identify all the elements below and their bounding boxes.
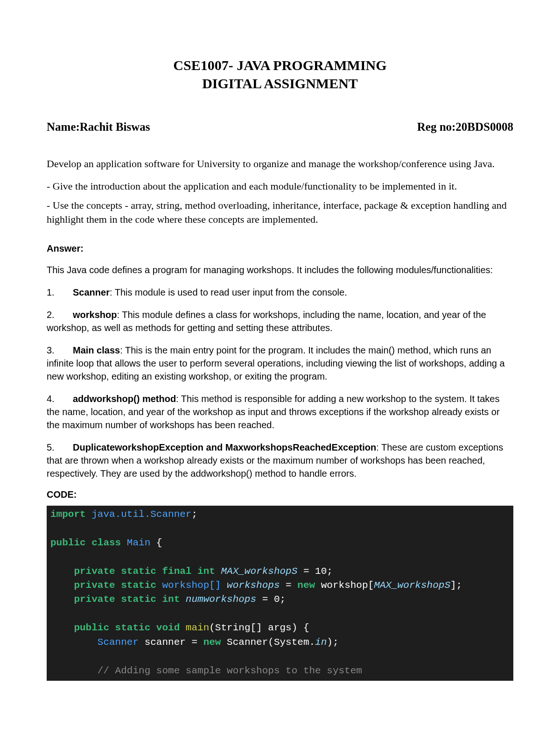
problem-statement: Develop an application software for Univ… [47, 157, 513, 171]
module-name: workshop [73, 310, 117, 320]
module-name: Main class [73, 345, 120, 355]
module-item-5: 5.DuplicateworkshopException and Maxwork… [47, 441, 513, 480]
student-info-row: Name:Rachit Biswas Reg no:20BDS0008 [47, 120, 513, 134]
code-type: workshop[] [156, 580, 221, 591]
code-block: import java.util.Scanner; public class M… [47, 506, 513, 681]
module-name: addworkshop() method [73, 394, 176, 404]
module-item-3: 3.Main class: This is the main entry poi… [47, 344, 513, 383]
module-item-1: 1.Scanner: This module is used to read u… [47, 286, 513, 299]
code-params: (String[] args) { [209, 622, 309, 633]
code-keyword: public class [50, 537, 121, 548]
code-keyword: private static final int [50, 566, 215, 577]
code-var: MAX_workshopS [374, 580, 450, 591]
code-import-path: java.util.Scanner [86, 509, 192, 520]
module-item-2: 2.workshop: This module defines a class … [47, 308, 513, 334]
code-keyword: private static int [50, 594, 180, 605]
module-number: 5. [47, 441, 73, 454]
code-call: Scanner(System. [221, 637, 315, 648]
module-number: 2. [47, 308, 73, 321]
code-var: workshops [221, 580, 280, 591]
code-punct: = [280, 580, 298, 591]
code-method: main [180, 622, 209, 633]
module-number: 4. [47, 392, 73, 405]
module-number: 3. [47, 344, 73, 357]
module-desc: : This module is used to read user input… [110, 287, 347, 297]
code-keyword: new [297, 580, 315, 591]
code-type: Scanner [50, 637, 139, 648]
requirement-2: - Use the concepts - array, string, meth… [47, 198, 513, 226]
code-punct: { [150, 537, 162, 548]
module-number: 1. [47, 286, 73, 299]
code-class-name: Main [121, 537, 150, 548]
student-reg-no: Reg no:20BDS0008 [417, 120, 513, 134]
document-title: CSE1007- JAVA PROGRAMMING DIGITAL ASSIGN… [47, 56, 513, 92]
code-field: in [315, 637, 327, 648]
code-punct: = 0; [256, 594, 286, 605]
code-heading: CODE: [47, 489, 513, 500]
code-var: MAX_workshopS [215, 566, 297, 577]
module-item-4: 4.addworkshop() method: This method is r… [47, 392, 513, 431]
code-punct: = 10; [297, 566, 333, 577]
code-keyword: new [203, 637, 221, 648]
code-keyword: private static [50, 580, 156, 591]
code-keyword: public static void [50, 622, 180, 633]
code-punct: ); [327, 637, 338, 648]
module-name: DuplicateworkshopException and Maxworksh… [73, 442, 376, 452]
code-var: scanner = [139, 637, 203, 648]
module-name: Scanner [73, 287, 110, 297]
code-comment: // Adding some sample workshops to the s… [50, 665, 362, 676]
title-line-2: DIGITAL ASSIGNMENT [47, 74, 513, 92]
answer-heading: Answer: [47, 243, 513, 254]
code-type: workshop[ [315, 580, 374, 591]
answer-intro: This Java code defines a program for man… [47, 263, 513, 276]
code-var: numworkshops [180, 594, 256, 605]
title-line-1: CSE1007- JAVA PROGRAMMING [47, 56, 513, 74]
code-punct: ]; [450, 580, 462, 591]
student-name: Name:Rachit Biswas [47, 120, 150, 134]
code-keyword: import [50, 509, 86, 520]
requirement-1: - Give the introduction about the applic… [47, 179, 513, 193]
code-punct: ; [191, 509, 197, 520]
